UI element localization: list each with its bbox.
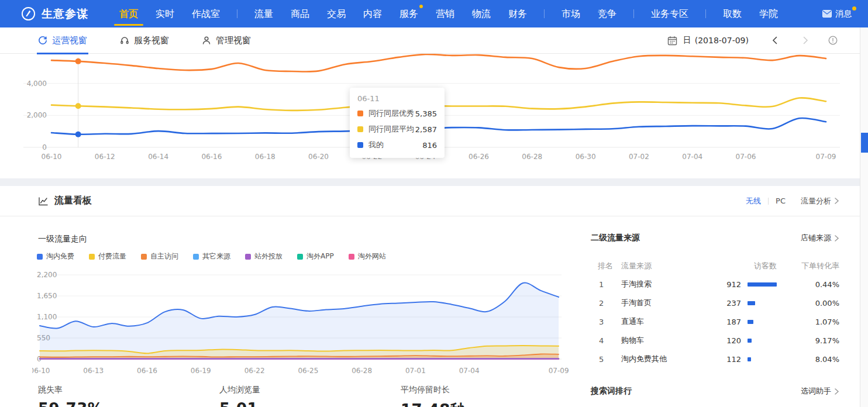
nav-item-实时[interactable]: 实时 bbox=[156, 0, 174, 27]
legend-item-淘内免费[interactable]: 淘内免费 bbox=[37, 251, 74, 261]
visitors-bar bbox=[748, 282, 777, 287]
visitors-bar bbox=[748, 301, 755, 305]
source-name: 购物车 bbox=[621, 335, 644, 346]
col-visitors: 访客数 bbox=[731, 261, 777, 271]
nav-item-取数[interactable]: 取数 bbox=[723, 0, 742, 27]
metric-value: 17.48秒 bbox=[401, 400, 466, 407]
sources-table-header: 排名 流量来源 访客数 下单转化率 bbox=[591, 261, 839, 271]
legend-item-付费流量[interactable]: 付费流量 bbox=[89, 251, 126, 261]
nav-item-商品[interactable]: 商品 bbox=[291, 0, 309, 27]
legend-label: 自主访问 bbox=[150, 251, 178, 261]
table-row[interactable]: 3直通车1871.07% bbox=[591, 312, 839, 331]
table-row[interactable]: 5淘内免费其他1128.04% bbox=[591, 350, 839, 368]
visitors-bar bbox=[748, 357, 751, 361]
legend-item-其它来源[interactable]: 其它来源 bbox=[193, 251, 230, 261]
tab-label: 运营视窗 bbox=[52, 35, 87, 46]
primary-traffic-chart[interactable]: 05501,1001,6502,20006-1006-1306-1606-190… bbox=[32, 266, 570, 380]
chart-tooltip: 06-11 同行同层优秀5,385同行同层平均2,587我的816 bbox=[350, 88, 445, 158]
nav-item-物流[interactable]: 物流 bbox=[472, 0, 491, 27]
nav-item-流量[interactable]: 流量 bbox=[254, 0, 273, 27]
nav-message-label: 消息 bbox=[835, 9, 852, 19]
word-picker-link[interactable]: 选词助手 bbox=[801, 386, 839, 396]
calendar-icon[interactable] bbox=[667, 36, 677, 46]
series-color-swatch bbox=[357, 142, 363, 148]
nav-item-竞争[interactable]: 竞争 bbox=[598, 0, 616, 27]
notification-dot bbox=[419, 5, 423, 8]
visitors: 187 bbox=[706, 318, 741, 326]
industry-trend-panel: 02,0004,00006-1006-1206-1406-1606-1806-2… bbox=[0, 54, 860, 178]
svg-text:06-30: 06-30 bbox=[576, 153, 596, 161]
svg-text:07-09: 07-09 bbox=[549, 367, 569, 375]
source-name: 淘内免费其他 bbox=[621, 354, 667, 364]
device-tab-pc[interactable]: PC bbox=[776, 196, 786, 205]
table-row[interactable]: 4购物车1209.17% bbox=[591, 331, 839, 350]
top-navbar: 生意参谋 首页实时作战室流量商品交易内容服务营销物流财务市场竞争业务专区取数学院… bbox=[0, 0, 868, 27]
table-row[interactable]: 1手淘搜索9120.44% bbox=[591, 275, 839, 294]
date-granularity[interactable]: 日 bbox=[683, 35, 691, 46]
tooltip-date: 06-11 bbox=[357, 94, 437, 103]
date-value[interactable]: (2018-07-09) bbox=[695, 36, 749, 45]
envelope-icon bbox=[822, 10, 832, 18]
table-row[interactable]: 2手淘首页2370.00% bbox=[591, 294, 839, 312]
nav-item-业务专区[interactable]: 业务专区 bbox=[651, 0, 688, 27]
legend-item-站外投放[interactable]: 站外投放 bbox=[245, 251, 283, 261]
tab-management-view[interactable]: 管理视窗 bbox=[202, 27, 251, 54]
info-icon[interactable] bbox=[828, 36, 838, 45]
brand[interactable]: 生意参谋 bbox=[21, 6, 88, 22]
notification-dot bbox=[852, 6, 856, 11]
metric-value: 59.73% bbox=[38, 400, 103, 407]
nav-item-交易[interactable]: 交易 bbox=[327, 0, 346, 27]
rank: 1 bbox=[599, 280, 604, 289]
legend-item-自主访问[interactable]: 自主访问 bbox=[141, 251, 178, 261]
rank: 5 bbox=[599, 355, 604, 364]
tab-service-view[interactable]: 服务视窗 bbox=[120, 27, 169, 54]
svg-text:07-01: 07-01 bbox=[405, 367, 426, 375]
visitors: 912 bbox=[706, 280, 741, 289]
series-value: 5,385 bbox=[415, 109, 437, 118]
rank: 3 bbox=[599, 318, 604, 326]
tooltip-row: 同行同层平均2,587 bbox=[357, 124, 437, 134]
chevron-left-icon[interactable] bbox=[771, 36, 779, 44]
visitors: 112 bbox=[706, 355, 741, 364]
legend-swatch bbox=[245, 254, 251, 260]
visitors-bar bbox=[748, 339, 752, 343]
traffic-analysis-link[interactable]: 流量分析 bbox=[801, 196, 839, 206]
nav-item-市场[interactable]: 市场 bbox=[562, 0, 580, 27]
divider bbox=[768, 198, 769, 205]
visitors: 120 bbox=[706, 336, 741, 345]
trend-legend: 淘内免费付费流量自主访问其它来源站外投放淘外APP淘外网站 bbox=[37, 251, 401, 261]
sources-table-body: 1手淘搜索9120.44%2手淘首页2370.00%3直通车1871.07%4购… bbox=[591, 275, 839, 368]
tooltip-row: 同行同层优秀5,385 bbox=[357, 108, 437, 119]
shop-sources-link-label: 店铺来源 bbox=[801, 233, 831, 243]
series-value: 816 bbox=[422, 141, 437, 150]
nav-item-学院[interactable]: 学院 bbox=[759, 0, 778, 27]
source-name: 手淘搜索 bbox=[621, 279, 652, 289]
shop-sources-link[interactable]: 店铺来源 bbox=[801, 233, 839, 243]
nav-item-首页[interactable]: 首页 bbox=[119, 0, 138, 27]
svg-text:1,100: 1,100 bbox=[37, 313, 57, 321]
chevron-right-icon bbox=[834, 388, 839, 395]
metric-label: 平均停留时长 bbox=[401, 385, 466, 395]
page-scrollbar[interactable] bbox=[860, 27, 868, 407]
svg-text:06-10: 06-10 bbox=[32, 367, 50, 375]
chevron-right-icon bbox=[834, 235, 839, 242]
nav-item-营销[interactable]: 营销 bbox=[436, 0, 454, 27]
series-label: 同行同层优秀 bbox=[368, 108, 414, 119]
scrollbar-thumb[interactable] bbox=[861, 133, 868, 153]
svg-text:06-16: 06-16 bbox=[137, 367, 157, 375]
nav-item-服务[interactable]: 服务 bbox=[399, 0, 418, 27]
col-rank: 排名 bbox=[598, 261, 613, 271]
svg-text:06-28: 06-28 bbox=[522, 153, 542, 161]
chevron-right-icon[interactable] bbox=[801, 36, 810, 44]
nav-item-财务[interactable]: 财务 bbox=[508, 0, 527, 27]
nav-item-作战室[interactable]: 作战室 bbox=[192, 0, 220, 27]
nav-item-内容[interactable]: 内容 bbox=[363, 0, 382, 27]
tab-operations-view[interactable]: 运营视窗 bbox=[38, 27, 87, 54]
nav-message[interactable]: 消息 bbox=[822, 9, 852, 19]
legend-item-淘外APP[interactable]: 淘外APP bbox=[297, 251, 334, 261]
legend-swatch bbox=[349, 254, 354, 260]
search-ranking-title: 搜索词排行 bbox=[591, 386, 632, 396]
svg-text:06-16: 06-16 bbox=[201, 153, 222, 161]
device-tab-wireless[interactable]: 无线 bbox=[746, 196, 761, 206]
legend-item-淘外网站[interactable]: 淘外网站 bbox=[349, 251, 386, 261]
